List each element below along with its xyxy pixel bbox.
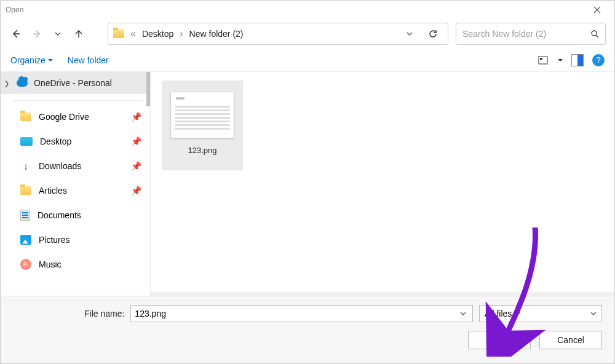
address-dropdown[interactable] [402, 30, 417, 38]
breadcrumb-item-desktop[interactable]: Desktop [142, 29, 173, 39]
sidebar-item-pictures[interactable]: Pictures [1, 228, 150, 252]
folder-icon [20, 186, 31, 195]
nav-forward-button[interactable] [30, 27, 44, 41]
filename-row: File name: All files (* [13, 305, 602, 322]
cloud-icon [17, 79, 28, 87]
sidebar-scrollbar[interactable] [146, 72, 150, 106]
filename-label: File name: [84, 309, 124, 318]
address-bar[interactable]: « Desktop › New folder (2) [108, 23, 448, 45]
sidebar-item-label: OneDrive - Personal [34, 78, 112, 88]
svg-rect-2 [540, 58, 542, 60]
sidebar-item-label: Documents [38, 210, 81, 220]
desktop-icon [20, 137, 33, 146]
open-dialog: Open « Desktop › New folder (2) [0, 0, 615, 364]
sidebar-item-desktop[interactable]: Desktop 📌 [1, 129, 150, 154]
svg-rect-1 [539, 57, 547, 64]
close-icon [593, 6, 601, 14]
pictures-icon [20, 235, 31, 245]
chevron-down-icon [406, 30, 413, 38]
filename-input[interactable] [135, 309, 458, 318]
content-scrollbar[interactable] [151, 292, 614, 296]
organize-label: Organize [10, 55, 46, 65]
caret-down-icon [48, 58, 53, 63]
dialog-body: ❯ OneDrive - Personal Google Drive 📌 Des… [1, 72, 614, 296]
dialog-title: Open [6, 6, 23, 14]
breadcrumb-separator-icon: › [180, 28, 183, 39]
sidebar-item-label: Pictures [39, 235, 70, 245]
folder-icon [20, 113, 31, 121]
refresh-icon [428, 29, 438, 39]
sidebar-item-label: Google Drive [39, 112, 89, 122]
preview-pane-button[interactable] [571, 54, 584, 66]
file-name-label: 123.png [188, 146, 217, 155]
window-close-button[interactable] [585, 1, 609, 19]
music-icon [20, 259, 31, 270]
sidebar-item-onedrive[interactable]: ❯ OneDrive - Personal [1, 72, 150, 94]
pin-icon: 📌 [131, 136, 141, 146]
nav-row: « Desktop › New folder (2) [1, 19, 614, 49]
breadcrumb-overflow[interactable]: « [130, 28, 136, 39]
open-button-label: Open [489, 335, 510, 345]
filename-dropdown[interactable] [458, 311, 469, 317]
file-filter-label: All files (* [485, 309, 520, 318]
folder-icon [113, 30, 124, 38]
nav-back-button[interactable] [9, 27, 23, 41]
new-folder-button[interactable]: New folder [68, 55, 109, 65]
svg-point-0 [592, 31, 597, 36]
file-area[interactable]: 123.png [151, 72, 614, 296]
cancel-button[interactable]: Cancel [539, 331, 602, 349]
sidebar-item-label: Articles [39, 186, 67, 196]
caret-down-icon[interactable] [558, 58, 563, 63]
arrow-right-icon [31, 28, 42, 39]
chevron-down-icon [54, 30, 62, 38]
file-filter-combobox[interactable]: All files (* [479, 305, 602, 322]
search-box[interactable] [456, 23, 606, 45]
cancel-button-label: Cancel [557, 335, 584, 345]
view-icon [538, 56, 548, 65]
button-row: Open Cancel [13, 331, 602, 349]
navigation-sidebar: ❯ OneDrive - Personal Google Drive 📌 Des… [1, 72, 151, 296]
sidebar-item-articles[interactable]: Articles 📌 [1, 178, 150, 203]
file-preview-image [170, 92, 234, 138]
search-input[interactable] [462, 29, 590, 39]
downloads-icon: ↓ [20, 160, 31, 173]
sidebar-item-label: Downloads [39, 161, 81, 171]
footer-pane: File name: All files (* Open Canc [1, 296, 614, 363]
documents-icon [20, 210, 30, 221]
sidebar-item-label: Desktop [40, 136, 71, 146]
file-thumbnail[interactable]: 123.png [162, 81, 243, 170]
sidebar-item-google-drive[interactable]: Google Drive 📌 [1, 105, 150, 129]
expand-chevron-icon[interactable]: ❯ [4, 80, 9, 87]
help-button[interactable]: ? [592, 54, 605, 66]
nav-recent-dropdown[interactable] [51, 27, 65, 41]
sidebar-item-documents[interactable]: Documents [1, 203, 150, 228]
arrow-left-icon [10, 28, 22, 39]
search-icon [590, 30, 599, 38]
pin-icon: 📌 [131, 112, 141, 122]
sidebar-item-music[interactable]: Music [1, 252, 150, 277]
chevron-down-icon [460, 311, 466, 317]
sidebar-separator [13, 100, 143, 101]
refresh-button[interactable] [423, 29, 443, 39]
chevron-down-icon [590, 311, 597, 317]
organize-menu[interactable]: Organize [10, 55, 53, 65]
command-bar: Organize New folder ? [1, 49, 614, 72]
filename-combobox[interactable] [130, 305, 473, 322]
arrow-up-icon [74, 29, 84, 39]
titlebar: Open [1, 1, 614, 19]
pin-icon: 📌 [131, 186, 141, 196]
sidebar-item-downloads[interactable]: ↓ Downloads 📌 [1, 154, 150, 178]
nav-up-button[interactable] [72, 27, 85, 41]
sidebar-item-label: Music [39, 259, 62, 269]
breadcrumb-item-current[interactable]: New folder (2) [189, 29, 244, 39]
pin-icon: 📌 [131, 161, 141, 171]
view-mode-button[interactable] [537, 54, 549, 66]
open-button[interactable]: Open [468, 331, 531, 349]
